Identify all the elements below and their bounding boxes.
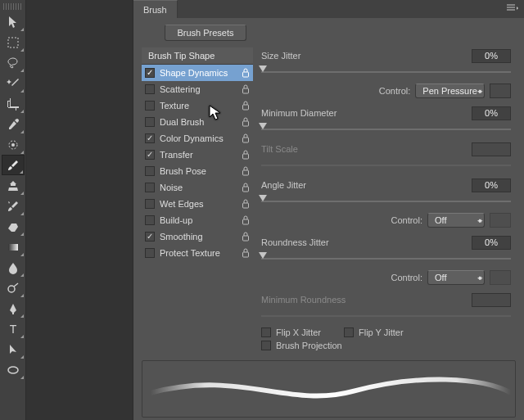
brush-option-noise[interactable]: Noise	[142, 179, 253, 196]
tool-magic-wand[interactable]	[2, 73, 25, 93]
checkbox[interactable]	[145, 84, 155, 94]
option-label: Protect Texture	[160, 248, 220, 258]
roundness-jitter-label: Roundness Jitter	[261, 237, 329, 247]
panel-menu-icon[interactable]	[506, 4, 519, 14]
angle-control-label: Control:	[391, 215, 422, 225]
svg-rect-18	[243, 252, 249, 257]
brush-option-protect-texture[interactable]: Protect Texture	[142, 245, 253, 261]
tab-label: Brush	[143, 5, 167, 15]
tool-pen[interactable]	[2, 298, 25, 318]
tool-type[interactable]: T	[2, 318, 25, 339]
angle-jitter-slider[interactable]	[261, 195, 511, 206]
brush-option-scattering[interactable]: Scattering	[142, 81, 253, 97]
brush-option-texture[interactable]: Texture	[142, 97, 253, 114]
checkbox[interactable]	[145, 248, 155, 258]
svg-rect-11	[243, 138, 249, 142]
angle-jitter-value[interactable]: 0%	[472, 178, 511, 192]
roundness-control-label: Control:	[391, 273, 422, 282]
lock-icon[interactable]	[242, 232, 250, 242]
checkbox[interactable]	[145, 215, 155, 225]
tilt-scale-value	[472, 142, 511, 156]
tool-path-select[interactable]	[2, 339, 25, 359]
brush-option-color-dynamics[interactable]: Color Dynamics	[142, 130, 253, 147]
brush-option-brush-pose[interactable]: Brush Pose	[142, 163, 253, 179]
lock-icon[interactable]	[242, 68, 250, 78]
checkbox[interactable]	[145, 117, 155, 127]
tool-blur[interactable]	[2, 257, 25, 278]
checkbox[interactable]	[145, 183, 155, 192]
roundness-jitter-value[interactable]: 0%	[472, 236, 511, 250]
lock-icon[interactable]	[242, 117, 250, 127]
lock-icon[interactable]	[242, 183, 250, 192]
roundness-control-dropdown[interactable]: Off◂▸	[427, 270, 485, 285]
svg-point-6	[8, 367, 18, 373]
checkbox[interactable]	[145, 199, 155, 209]
flip-x-jitter-checkbox[interactable]: Flip X Jitter	[261, 327, 321, 337]
angle-control-extra	[490, 213, 511, 228]
min-roundness-slider	[261, 309, 511, 321]
lock-icon[interactable]	[242, 133, 250, 143]
checkbox[interactable]	[145, 166, 155, 176]
tilt-scale-label: Tilt Scale	[261, 144, 298, 154]
tool-lasso[interactable]	[2, 52, 25, 73]
tool-dodge[interactable]	[2, 278, 25, 298]
min-diameter-value[interactable]: 0%	[472, 106, 511, 120]
size-jitter-slider[interactable]	[261, 65, 511, 77]
tool-brush[interactable]	[2, 155, 25, 175]
tool-move[interactable]	[2, 11, 25, 32]
brush-option-shape-dynamics[interactable]: Shape Dynamics	[142, 65, 253, 81]
brush-presets-button[interactable]: Brush Presets	[165, 25, 246, 41]
tool-crop[interactable]	[2, 93, 25, 114]
angle-jitter-label: Angle Jitter	[261, 180, 306, 190]
svg-rect-15	[243, 203, 249, 208]
brush-options-list: Brush Tip Shape Shape DynamicsScattering…	[142, 47, 253, 350]
tool-rect-marquee[interactable]	[2, 32, 25, 52]
svg-rect-12	[243, 154, 249, 159]
panel-tabbar: Brush	[133, 0, 524, 18]
tool-gradient[interactable]	[2, 237, 25, 257]
min-diameter-slider[interactable]	[261, 123, 511, 134]
checkbox[interactable]	[145, 150, 155, 160]
brush-option-wet-edges[interactable]: Wet Edges	[142, 196, 253, 212]
lock-icon[interactable]	[242, 215, 250, 225]
checkbox[interactable]	[145, 232, 155, 242]
checkbox[interactable]	[145, 133, 155, 143]
brush-tip-shape-header[interactable]: Brush Tip Shape	[142, 47, 253, 65]
checkbox[interactable]	[145, 101, 155, 111]
option-label: Dual Brush	[160, 117, 204, 127]
lock-icon[interactable]	[242, 199, 250, 209]
brush-projection-checkbox[interactable]: Brush Projection	[261, 341, 511, 350]
brush-option-transfer[interactable]: Transfer	[142, 147, 253, 163]
tool-spot-heal[interactable]	[2, 134, 25, 155]
lock-icon[interactable]	[242, 248, 250, 258]
size-jitter-value[interactable]: 0%	[472, 49, 511, 63]
tool-eyedropper[interactable]	[2, 114, 25, 134]
brush-option-smoothing[interactable]: Smoothing	[142, 228, 253, 245]
option-label: Transfer	[160, 150, 193, 160]
button-label: Brush Presets	[177, 28, 233, 38]
brush-option-dual-brush[interactable]: Dual Brush	[142, 114, 253, 130]
option-label: Shape Dynamics	[160, 68, 228, 78]
lock-icon[interactable]	[242, 166, 250, 176]
flip-y-jitter-checkbox[interactable]: Flip Y Jitter	[344, 327, 404, 337]
roundness-jitter-slider[interactable]	[261, 252, 511, 264]
tool-clone-stamp[interactable]	[2, 175, 25, 196]
option-label: Wet Edges	[160, 199, 204, 209]
option-label: Build-up	[160, 215, 192, 225]
brush-option-build-up[interactable]: Build-up	[142, 212, 253, 228]
tool-history-brush[interactable]	[2, 196, 25, 216]
brush-panel: Brush Brush Presets Brush Tip Shape Shap…	[133, 0, 524, 420]
size-control-dropdown[interactable]: Pen Pressure◂▸	[415, 84, 485, 98]
toolbar-grip	[3, 3, 22, 10]
tool-shape[interactable]	[2, 359, 25, 380]
lock-icon[interactable]	[242, 150, 250, 160]
tool-eraser[interactable]	[2, 216, 25, 237]
tools-panel: T	[0, 0, 26, 420]
angle-control-dropdown[interactable]: Off◂▸	[427, 213, 485, 228]
lock-icon[interactable]	[242, 84, 250, 94]
tab-brush[interactable]: Brush	[133, 0, 178, 18]
lock-icon[interactable]	[242, 101, 250, 111]
checkbox[interactable]	[145, 68, 155, 78]
size-control-extra[interactable]	[490, 84, 511, 98]
svg-point-4	[8, 286, 15, 292]
